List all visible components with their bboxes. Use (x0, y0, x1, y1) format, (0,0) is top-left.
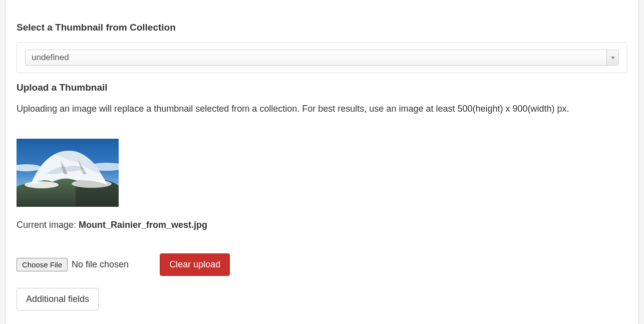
current-image-line: Current image: Mount_Rainier_from_west.j… (17, 220, 627, 230)
select-thumbnail-panel: undefined (17, 42, 627, 73)
current-image-filename: Mount_Rainier_from_west.jpg (79, 220, 207, 230)
current-thumbnail-preview (17, 139, 119, 207)
select-thumbnail-heading: Select a Thumbnail from Collection (17, 22, 627, 33)
collection-thumbnail-select-value: undefined (32, 53, 69, 63)
file-upload-row: Choose File No file chosen Clear upload (17, 253, 627, 276)
clear-upload-button[interactable]: Clear upload (160, 253, 230, 276)
collection-thumbnail-select[interactable]: undefined (25, 50, 619, 66)
choose-file-button[interactable]: Choose File (17, 258, 68, 271)
additional-fields-button[interactable]: Additional fields (17, 288, 99, 310)
panel-body: Select a Thumbnail from Collection undef… (5, 0, 639, 324)
no-file-chosen-text: No file chosen (72, 259, 129, 270)
svg-point-5 (72, 180, 112, 188)
current-image-label: Current image: (17, 220, 79, 230)
upload-help-text: Uploading an image will replace a thumbn… (17, 102, 627, 116)
svg-point-4 (25, 181, 59, 188)
chevron-down-icon (606, 50, 618, 65)
upload-thumbnail-heading: Upload a Thumbnail (17, 82, 627, 93)
